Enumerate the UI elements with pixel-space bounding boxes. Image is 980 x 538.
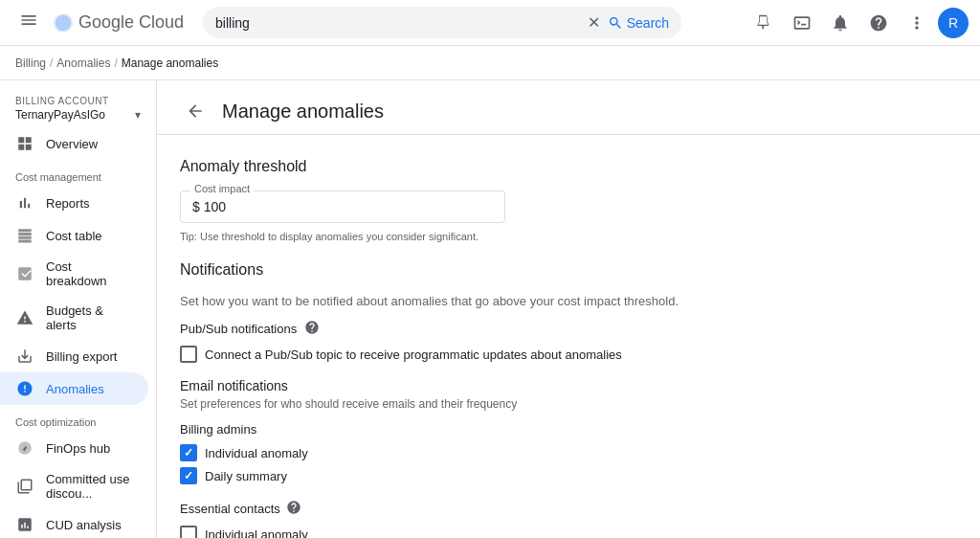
- billing-account-selector[interactable]: TernaryPayAsIGo ▾: [15, 106, 141, 123]
- notifications-section: Notifications Set how you want to be not…: [180, 261, 900, 538]
- breadcrumb-billing[interactable]: Billing: [15, 56, 46, 70]
- essential-contacts-individual-checkbox[interactable]: [180, 526, 197, 538]
- breadcrumb-sep-1: /: [50, 56, 53, 70]
- avatar[interactable]: R: [938, 8, 969, 38]
- billing-admins-daily-label: Daily summary: [205, 469, 287, 483]
- notifications-title: Notifications: [180, 261, 900, 279]
- committed-icon: [15, 478, 34, 495]
- sidebar-item-anomalies-label: Anomalies: [46, 382, 104, 396]
- alert-icon: [15, 309, 34, 326]
- sidebar-item-finops-hub[interactable]: FinOps hub: [0, 432, 148, 464]
- billing-admins-title: Billing admins: [180, 422, 900, 437]
- search-clear-icon[interactable]: ✕: [588, 13, 600, 32]
- sidebar-item-cud-analysis-label: CUD analysis: [46, 518, 122, 532]
- export-icon: [15, 347, 34, 365]
- pubsub-checkbox-label: Connect a Pub/Sub topic to receive progr…: [205, 347, 622, 362]
- pin-icon[interactable]: [746, 6, 781, 40]
- pubsub-label: Pub/Sub notifications: [180, 322, 297, 336]
- email-desc: Set preferences for who should receive e…: [180, 397, 900, 411]
- billing-admins-individual-row[interactable]: Individual anomaly: [180, 444, 900, 461]
- sidebar-item-reports[interactable]: Reports: [0, 187, 148, 219]
- breadcrumb-sep-2: /: [114, 56, 117, 70]
- breadcrumb-current: Manage anomalies: [122, 56, 218, 70]
- email-notifications-section: Email notifications Set preferences for …: [180, 378, 900, 411]
- bell-icon[interactable]: [823, 6, 858, 40]
- billing-admins-individual-checkbox[interactable]: [180, 444, 197, 461]
- sidebar-item-billing-export[interactable]: Billing export: [0, 340, 148, 372]
- essential-contacts-group: Essential contacts Individual anomaly Da…: [180, 500, 900, 538]
- essential-contacts-title: Essential contacts: [180, 502, 280, 516]
- billing-admins-daily-checkbox[interactable]: [180, 467, 197, 484]
- cost-management-header: Cost management: [0, 164, 156, 187]
- sidebar-item-cost-table-label: Cost table: [46, 229, 102, 243]
- anomaly-threshold-title: Anomaly threshold: [180, 158, 900, 175]
- billing-account-label: Billing account: [15, 96, 141, 106]
- dropdown-arrow-icon: ▾: [135, 108, 141, 122]
- google-cloud-logo: Google Cloud: [54, 12, 184, 33]
- sidebar-item-cost-breakdown-label: Cost breakdown: [46, 259, 133, 288]
- google-cloud-icon: [54, 13, 73, 33]
- sidebar-item-committed-use[interactable]: Committed use discou...: [0, 464, 148, 508]
- cost-impact-input[interactable]: [192, 199, 493, 214]
- search-bar: billing ✕ Search: [203, 7, 681, 38]
- content-area: Manage anomalies Anomaly threshold Cost …: [157, 80, 980, 538]
- sidebar-item-overview[interactable]: Overview: [0, 127, 148, 160]
- breadcrumb: Billing / Anomalies / Manage anomalies: [0, 46, 980, 80]
- breadcrumb-anomalies[interactable]: Anomalies: [56, 56, 110, 70]
- breakdown-icon: [15, 265, 34, 282]
- essential-contacts-individual-row[interactable]: Individual anomaly: [180, 526, 900, 538]
- grid-icon: [15, 135, 34, 152]
- email-title: Email notifications: [180, 378, 900, 393]
- topbar-right-actions: R: [746, 6, 969, 40]
- search-input[interactable]: billing: [215, 15, 580, 31]
- billing-account-name: TernaryPayAsIGo: [15, 108, 105, 122]
- main-layout: Billing account TernaryPayAsIGo ▾ Overvi…: [0, 80, 980, 538]
- content-header: Manage anomalies: [157, 80, 980, 135]
- page-title: Manage anomalies: [222, 101, 384, 123]
- sidebar-item-reports-label: Reports: [46, 196, 90, 211]
- cost-optimization-header: Cost optimization: [0, 409, 156, 432]
- billing-admins-individual-label: Individual anomaly: [205, 446, 308, 460]
- more-icon[interactable]: [900, 6, 934, 40]
- sidebar-item-billing-export-label: Billing export: [46, 349, 117, 364]
- sidebar-item-finops-label: FinOps hub: [46, 441, 110, 456]
- sidebar-item-cost-table[interactable]: Cost table: [0, 219, 148, 252]
- sidebar: Billing account TernaryPayAsIGo ▾ Overvi…: [0, 80, 157, 538]
- menu-icon[interactable]: [11, 3, 46, 42]
- anomaly-threshold-section: Anomaly threshold Cost impact Tip: Use t…: [180, 158, 900, 242]
- sidebar-item-budgets-alerts[interactable]: Budgets & alerts: [0, 296, 148, 340]
- billing-admins-daily-row[interactable]: Daily summary: [180, 467, 900, 484]
- sidebar-item-budgets-label: Budgets & alerts: [46, 303, 133, 332]
- sidebar-item-overview-label: Overview: [46, 137, 98, 151]
- sidebar-item-anomalies[interactable]: Anomalies: [0, 372, 148, 405]
- cud-icon: [15, 516, 34, 533]
- cost-impact-field-group: Cost impact: [180, 191, 505, 223]
- content-body: Anomaly threshold Cost impact Tip: Use t…: [157, 135, 923, 538]
- sidebar-item-committed-use-label: Committed use discou...: [46, 472, 133, 501]
- cost-impact-field-label: Cost impact: [190, 183, 254, 194]
- sidebar-item-cud-analysis[interactable]: CUD analysis: [0, 508, 148, 538]
- essential-contacts-individual-label: Individual anomaly: [205, 527, 308, 539]
- pubsub-checkbox-row[interactable]: Connect a Pub/Sub topic to receive progr…: [180, 346, 900, 363]
- cost-impact-tip: Tip: Use threshold to display anomalies …: [180, 231, 900, 242]
- back-button[interactable]: [180, 96, 211, 126]
- help-icon[interactable]: [861, 6, 896, 40]
- bar-chart-icon: [15, 194, 34, 212]
- billing-admins-group: Billing admins Individual anomaly Daily …: [180, 422, 900, 484]
- anomaly-icon: [15, 380, 34, 397]
- search-button[interactable]: Search: [608, 15, 669, 31]
- essential-contacts-help-icon[interactable]: [286, 500, 301, 518]
- topbar: Google Cloud billing ✕ Search R: [0, 0, 980, 46]
- pubsub-row: Pub/Sub notifications: [180, 320, 900, 338]
- topbar-logo-text: Google Cloud: [78, 12, 184, 33]
- table-icon: [15, 227, 34, 244]
- terminal-icon[interactable]: [785, 6, 819, 40]
- sidebar-item-cost-breakdown[interactable]: Cost breakdown: [0, 252, 148, 296]
- notifications-desc: Set how you want to be notified about an…: [180, 294, 900, 308]
- pubsub-checkbox[interactable]: [180, 346, 197, 363]
- finops-icon: [15, 439, 34, 457]
- search-button-label: Search: [627, 15, 669, 31]
- billing-account-section: Billing account TernaryPayAsIGo ▾: [0, 88, 156, 127]
- pubsub-help-icon[interactable]: [304, 320, 320, 338]
